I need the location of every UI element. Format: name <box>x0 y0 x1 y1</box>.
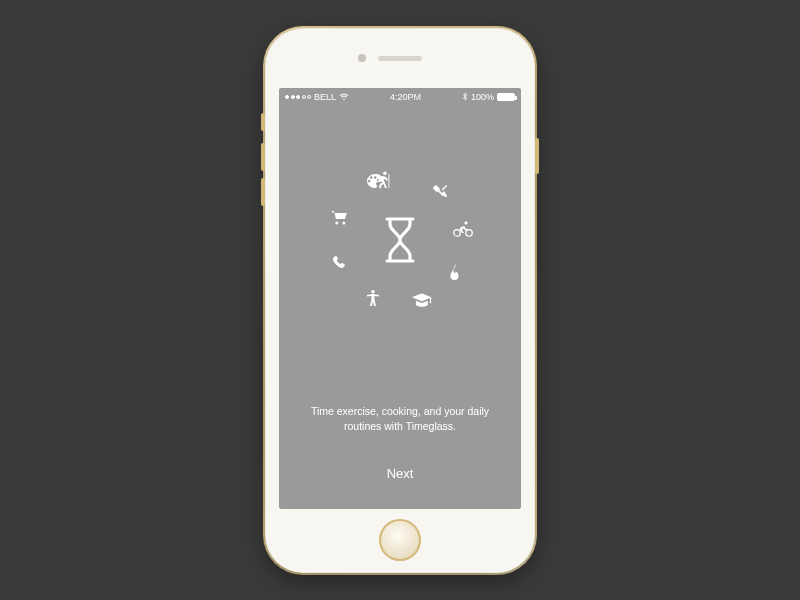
battery-icon <box>497 93 515 101</box>
palette-icon <box>365 171 385 191</box>
phone-icon <box>330 251 350 271</box>
earpiece <box>378 56 422 61</box>
graduation-cap-icon <box>412 290 432 310</box>
volume-up-button[interactable] <box>261 143 265 171</box>
mute-switch[interactable] <box>261 113 265 131</box>
wifi-icon <box>339 93 349 101</box>
home-button[interactable] <box>379 519 421 561</box>
svg-point-7 <box>342 221 345 224</box>
svg-point-4 <box>464 221 467 224</box>
svg-point-6 <box>335 221 338 224</box>
cart-icon <box>330 208 350 228</box>
svg-rect-1 <box>388 174 389 188</box>
person-icon <box>363 288 383 308</box>
onboarding-content: .p7{transform:rotate(200deg) translate(6… <box>279 106 521 509</box>
hourglass-icon <box>381 216 419 264</box>
volume-down-button[interactable] <box>261 178 265 206</box>
flame-icon <box>445 262 465 282</box>
signal-icon <box>285 95 311 99</box>
utensils-icon <box>431 180 451 200</box>
phone-frame: BELL 4:20PM 100% <box>265 28 535 573</box>
status-bar: BELL 4:20PM 100% <box>279 88 521 106</box>
battery-pct: 100% <box>471 92 494 102</box>
activity-wheel: .p7{transform:rotate(200deg) translate(6… <box>310 150 490 330</box>
screen: BELL 4:20PM 100% <box>279 88 521 509</box>
next-button[interactable]: Next <box>279 466 521 481</box>
power-button[interactable] <box>535 138 539 174</box>
svg-point-2 <box>454 229 460 235</box>
bluetooth-icon <box>462 92 468 101</box>
front-camera <box>358 54 366 62</box>
onboarding-tagline: Time exercise, cooking, and your daily r… <box>279 404 521 434</box>
carrier-label: BELL <box>314 92 336 102</box>
svg-point-5 <box>371 290 375 294</box>
clock: 4:20PM <box>390 92 421 102</box>
cyclist-icon <box>453 218 473 238</box>
svg-point-3 <box>466 229 472 235</box>
